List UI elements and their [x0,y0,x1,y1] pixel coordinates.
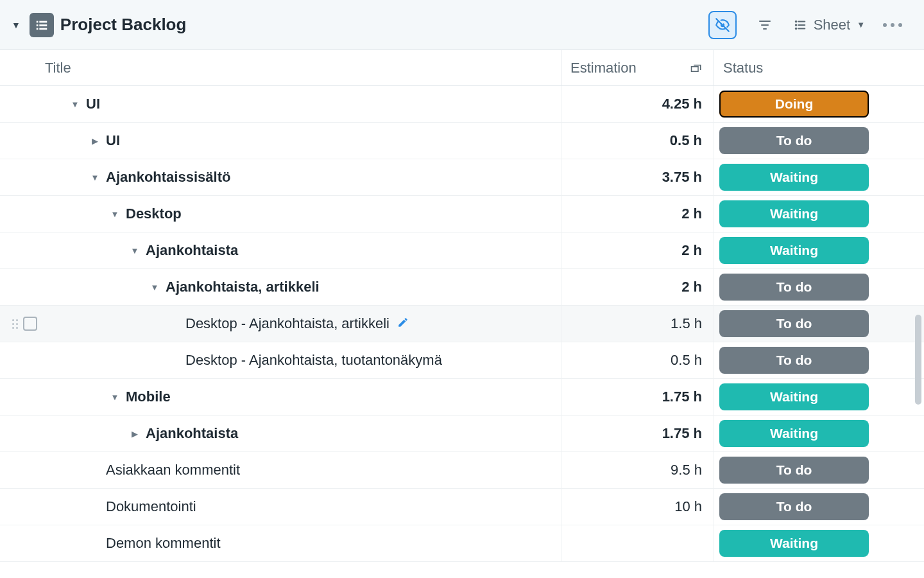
cell-estimation[interactable]: 1.75 h [561,379,714,415]
cell-status: To do [714,123,874,159]
indent: Demon kommentit [42,525,221,561]
svg-rect-15 [692,66,699,71]
row-title[interactable]: UI [86,96,100,112]
chevron-right-icon[interactable]: ▶ [128,429,142,439]
column-header-title[interactable]: Title [0,60,561,76]
edit-icon[interactable] [397,315,409,332]
chevron-down-icon[interactable]: ▼ [148,283,162,292]
cell-estimation[interactable]: 0.5 h [561,342,714,378]
svg-point-11 [795,24,796,26]
row-title[interactable]: Mobile [126,389,171,405]
cell-estimation[interactable] [561,525,714,561]
cell-title: ▼Ajankohtaissisältö [0,159,561,195]
table-row[interactable]: ▼Desktop2 hWaiting [0,196,924,232]
row-gutter [0,317,42,331]
row-title[interactable]: Desktop [126,206,182,222]
visibility-toggle-button[interactable] [708,11,737,39]
indent: ▼UI [42,86,100,122]
chevron-down-icon[interactable]: ▼ [108,392,122,402]
cell-estimation[interactable]: 3.75 h [561,159,714,195]
row-title[interactable]: Ajankohtaissisältö [106,169,230,186]
cell-status: To do [714,269,874,305]
status-pill-waiting[interactable]: Waiting [719,200,869,227]
row-checkbox[interactable] [23,317,37,331]
row-title[interactable]: Demon kommentit [106,535,221,552]
table-row[interactable]: ▼Mobile1.75 hWaiting [0,379,924,416]
row-title[interactable]: UI [106,132,120,149]
cell-title: ▼Ajankohtaista, artikkeli [0,269,561,305]
chevron-down-icon[interactable]: ▼ [108,209,122,219]
table-row[interactable]: Dokumentointi10 hTo do [0,489,924,525]
cell-title: Asiakkaan kommentit [0,452,561,488]
cell-estimation[interactable]: 4.25 h [561,86,714,122]
svg-rect-1 [39,21,47,22]
status-pill-waiting[interactable]: Waiting [719,420,869,447]
column-header-estimation[interactable]: Estimation [561,50,714,85]
table-row[interactable]: ▼UI4.25 hDoing [0,86,924,123]
cell-estimation[interactable]: 2 h [561,196,714,232]
row-title[interactable]: Asiakkaan kommentit [106,462,240,478]
cell-title: Desktop - Ajankohtaista, artikkeli [0,306,561,342]
cell-title: Dokumentointi [0,489,561,525]
row-title[interactable]: Desktop - Ajankohtaista, artikkeli [185,315,389,332]
svg-rect-4 [37,28,38,30]
status-pill-todo[interactable]: To do [719,457,869,484]
table-row[interactable]: ▶Ajankohtaista1.75 hWaiting [0,416,924,452]
drag-handle-icon[interactable] [12,319,18,329]
status-pill-waiting[interactable]: Waiting [719,530,869,557]
row-title[interactable]: Ajankohtaista, artikkeli [166,279,320,295]
table-row[interactable]: Asiakkaan kommentit9.5 hTo do [0,452,924,489]
row-title[interactable]: Dokumentointi [106,498,196,515]
cell-estimation[interactable]: 1.5 h [561,306,714,342]
table-row[interactable]: Desktop - Ajankohtaista, tuotantonäkymä0… [0,342,924,379]
list-icon [793,18,807,32]
status-pill-todo[interactable]: To do [719,310,869,337]
table-row[interactable]: Desktop - Ajankohtaista, artikkeli1.5 hT… [0,306,924,342]
table-row[interactable]: ▼Ajankohtaista, artikkeli2 hTo do [0,269,924,306]
view-mode-select[interactable]: Sheet ▼ [793,17,865,33]
table-row[interactable]: ▶UI0.5 hTo do [0,123,924,159]
table-row[interactable]: ▼Ajankohtaista2 hWaiting [0,232,924,269]
cell-estimation[interactable]: 10 h [561,489,714,525]
status-pill-todo[interactable]: To do [719,127,869,154]
cell-estimation[interactable]: 0.5 h [561,123,714,159]
scrollbar-thumb[interactable] [915,315,921,405]
svg-point-9 [795,21,796,22]
cell-estimation[interactable]: 9.5 h [561,452,714,488]
chevron-right-icon[interactable]: ▶ [88,136,102,146]
status-pill-todo[interactable]: To do [719,493,869,520]
status-pill-waiting[interactable]: Waiting [719,164,869,191]
chevron-down-icon[interactable]: ▼ [68,100,82,109]
cell-estimation[interactable]: 1.75 h [561,416,714,451]
cell-status: Doing [714,86,874,122]
table-row[interactable]: ▼Ajankohtaissisältö3.75 hWaiting [0,159,924,196]
cell-status: Waiting [714,196,874,232]
status-pill-doing[interactable]: Doing [719,91,869,118]
row-gutter [0,134,42,148]
row-gutter [0,97,42,111]
row-title[interactable]: Ajankohtaista [146,425,238,442]
status-pill-todo[interactable]: To do [719,347,869,374]
status-pill-todo[interactable]: To do [719,274,869,301]
table-row[interactable]: Demon kommentitWaiting [0,525,924,562]
page-title[interactable]: Project Backlog [60,15,187,35]
row-title[interactable]: Ajankohtaista [146,242,238,259]
chevron-down-icon[interactable]: ▼ [88,173,102,182]
rows-container: ▼UI4.25 hDoing▶UI0.5 hTo do▼Ajankohtaiss… [0,86,924,562]
row-gutter [0,463,42,477]
collapse-caret-icon[interactable]: ▼ [9,20,23,30]
cell-estimation[interactable]: 2 h [561,269,714,305]
header-left: ▼ Project Backlog [9,13,186,37]
filter-button[interactable] [751,11,779,39]
status-pill-waiting[interactable]: Waiting [719,383,869,410]
chevron-down-icon[interactable]: ▼ [128,246,142,256]
cell-title: ▼Desktop [0,196,561,232]
row-title[interactable]: Desktop - Ajankohtaista, tuotantonäkymä [185,352,442,369]
column-header-status[interactable]: Status [714,50,874,85]
project-list-icon[interactable] [30,13,54,37]
more-menu-button[interactable] [879,19,906,31]
status-pill-waiting[interactable]: Waiting [719,237,869,264]
cell-estimation[interactable]: 2 h [561,232,714,268]
chevron-down-icon: ▼ [857,20,865,30]
cell-status: Waiting [714,525,874,561]
